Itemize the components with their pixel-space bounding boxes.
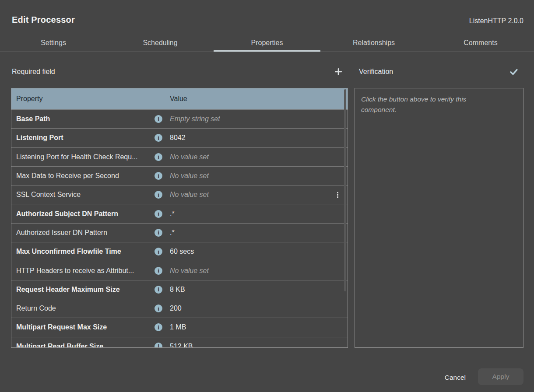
- required-field-label: Required field: [12, 68, 55, 76]
- info-icon[interactable]: i: [155, 210, 162, 218]
- tab-relationships[interactable]: Relationships: [320, 34, 427, 51]
- edit-processor-dialog: Edit Processor ListenHTTP 2.0.0 Settings…: [0, 0, 534, 392]
- property-name: Listening Port: [16, 134, 155, 142]
- property-value: No value set: [170, 153, 209, 161]
- scrollbar-thumb[interactable]: [344, 89, 346, 291]
- verification-results-panel: Click the button above to verify this co…: [355, 88, 523, 348]
- more-options-icon[interactable]: [337, 192, 338, 198]
- processor-type-version: ListenHTTP 2.0.0: [469, 17, 523, 25]
- info-icon[interactable]: i: [155, 191, 162, 199]
- property-name: Multipart Request Max Size: [16, 323, 155, 331]
- apply-button[interactable]: Apply: [478, 368, 523, 385]
- info-icon[interactable]: i: [155, 134, 162, 142]
- info-icon[interactable]: i: [155, 286, 162, 294]
- property-value: 200: [170, 304, 182, 312]
- property-name: Request Header Maximum Size: [16, 286, 155, 294]
- property-value: .*: [170, 229, 175, 237]
- info-icon[interactable]: i: [155, 229, 162, 237]
- tab-scheduling[interactable]: Scheduling: [107, 34, 214, 51]
- verification-title: Verification: [359, 68, 393, 76]
- table-row[interactable]: Authorized Subject DN Pattern i .*: [11, 204, 348, 223]
- property-name: Max Unconfirmed Flowfile Time: [16, 248, 155, 256]
- property-value: No value set: [170, 172, 209, 180]
- tab-comments[interactable]: Comments: [427, 34, 534, 51]
- table-row[interactable]: Max Data to Receive per Second i No valu…: [11, 166, 348, 185]
- tab-bar: Settings Scheduling Properties Relations…: [0, 34, 534, 52]
- properties-table-body: Base Path i Empty string set Listening P…: [11, 109, 348, 348]
- info-icon[interactable]: i: [155, 323, 162, 331]
- tab-settings[interactable]: Settings: [0, 34, 107, 51]
- add-property-button[interactable]: [333, 66, 344, 77]
- property-value: .*: [170, 210, 175, 218]
- table-scrollbar[interactable]: [344, 89, 346, 346]
- column-header-property: Property: [16, 95, 42, 103]
- dialog-title: Edit Processor: [12, 15, 75, 25]
- table-row[interactable]: Return Code i 200: [11, 299, 348, 318]
- property-value: No value set: [170, 191, 209, 199]
- property-name: SSL Context Service: [16, 191, 155, 199]
- verification-empty-message: Click the button above to verify this co…: [355, 88, 499, 121]
- table-row[interactable]: Max Unconfirmed Flowfile Time i 60 secs: [11, 242, 348, 261]
- cancel-button[interactable]: Cancel: [443, 370, 467, 385]
- table-row[interactable]: Request Header Maximum Size i 8 KB: [11, 280, 348, 299]
- property-value: 8 KB: [170, 286, 185, 294]
- property-value: 1 MB: [170, 323, 186, 331]
- property-value: 512 KB: [170, 343, 193, 348]
- property-name: Multipart Read Buffer Size: [16, 343, 155, 348]
- table-row[interactable]: Multipart Request Max Size i 1 MB: [11, 318, 348, 336]
- tab-properties[interactable]: Properties: [214, 34, 320, 51]
- property-value: 60 secs: [170, 248, 194, 256]
- column-header-value: Value: [170, 95, 187, 103]
- info-icon[interactable]: i: [155, 115, 162, 123]
- table-row[interactable]: Base Path i Empty string set: [11, 109, 348, 128]
- property-name: Authorized Issuer DN Pattern: [16, 229, 155, 237]
- info-icon[interactable]: i: [155, 343, 162, 348]
- table-row[interactable]: HTTP Headers to receive as Attribut... i…: [11, 261, 348, 280]
- table-row[interactable]: SSL Context Service i No value set: [11, 185, 348, 204]
- table-row[interactable]: Listening Port i 8042: [11, 128, 348, 147]
- property-name: Authorized Subject DN Pattern: [16, 210, 155, 218]
- property-name: Max Data to Receive per Second: [16, 172, 155, 180]
- table-row[interactable]: Listening Port for Health Check Requ... …: [11, 147, 348, 166]
- verify-properties-button[interactable]: [508, 66, 520, 77]
- property-value: Empty string set: [170, 115, 220, 123]
- property-name: Return Code: [16, 304, 155, 312]
- property-name: Listening Port for Health Check Requ...: [16, 153, 155, 161]
- info-icon[interactable]: i: [155, 267, 162, 275]
- info-icon[interactable]: i: [155, 304, 162, 312]
- check-icon: [509, 67, 518, 76]
- info-icon[interactable]: i: [155, 153, 162, 161]
- property-name: HTTP Headers to receive as Attribut...: [16, 267, 155, 275]
- property-name: Base Path: [16, 115, 155, 123]
- info-icon[interactable]: i: [155, 248, 162, 256]
- table-row[interactable]: Authorized Issuer DN Pattern i .*: [11, 223, 348, 242]
- property-value: 8042: [170, 134, 186, 142]
- table-row[interactable]: Multipart Read Buffer Size i 512 KB: [11, 337, 348, 348]
- plus-icon: [334, 68, 342, 76]
- properties-table-header: Property Value: [11, 88, 348, 109]
- property-value: No value set: [170, 267, 209, 275]
- info-icon[interactable]: i: [155, 172, 162, 180]
- properties-table: Property Value Base Path i Empty string …: [11, 88, 348, 348]
